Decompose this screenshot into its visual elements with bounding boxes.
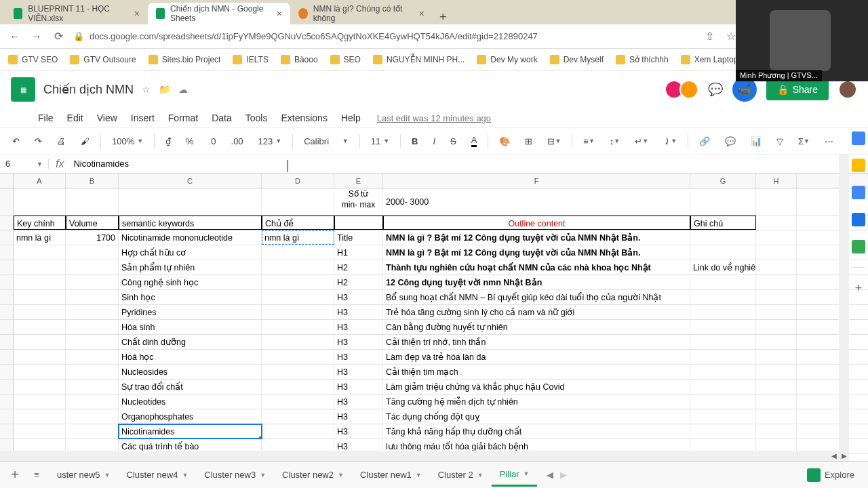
bookmark-item[interactable]: Dev My work — [477, 55, 537, 64]
cell[interactable] — [14, 290, 66, 304]
col-header[interactable]: D — [262, 174, 334, 188]
cell[interactable]: NMN là gì ? Bật mí 12 Công dụng tuyệt vờ… — [383, 245, 690, 260]
cell[interactable] — [690, 230, 756, 245]
bookmark-item[interactable]: Sở thíchhh — [616, 55, 669, 64]
cell[interactable] — [262, 188, 334, 215]
italic-button[interactable]: I — [429, 134, 439, 149]
user-avatar[interactable] — [838, 80, 857, 99]
wrap-button[interactable]: ↵▼ — [631, 134, 652, 149]
cell[interactable]: Cải thiện trí nhớ, tinh thần — [383, 335, 690, 349]
cell[interactable]: H3 — [334, 365, 383, 379]
cell[interactable] — [262, 275, 334, 289]
sheet-tab[interactable]: Cluster 2▼ — [430, 464, 492, 487]
cell[interactable] — [262, 245, 334, 260]
cell[interactable]: H1 — [334, 245, 383, 260]
video-call-overlay[interactable]: Minh Phương | GTVS... — [736, 0, 868, 81]
cell[interactable]: Sản phẩm tự nhiên — [119, 260, 262, 274]
cell[interactable]: Link do về nghiên cứu — [690, 260, 756, 274]
row-header[interactable] — [0, 350, 14, 364]
cell[interactable] — [66, 275, 119, 289]
cell[interactable] — [66, 260, 119, 274]
format-123-button[interactable]: 123▼ — [254, 135, 286, 148]
cell[interactable]: Hoá học — [119, 350, 262, 364]
cell[interactable]: Nucleosides — [119, 365, 262, 379]
cell[interactable] — [66, 380, 119, 394]
cell[interactable] — [66, 188, 119, 215]
share-page-icon[interactable]: ⇧ — [703, 30, 716, 43]
row-header[interactable] — [0, 290, 14, 304]
cell[interactable]: Hợp chất hữu cơ — [119, 245, 262, 260]
cell[interactable] — [690, 335, 756, 349]
close-icon[interactable]: × — [277, 8, 282, 19]
cell[interactable] — [262, 365, 334, 379]
row-header[interactable] — [0, 305, 14, 319]
cell[interactable] — [14, 409, 66, 424]
chevron-down-icon[interactable]: ▼ — [104, 472, 111, 479]
cell[interactable] — [756, 394, 797, 409]
cell[interactable] — [14, 320, 66, 334]
row-header[interactable] — [0, 409, 14, 424]
bookmark-item[interactable]: Bàooo — [281, 55, 318, 64]
cell[interactable]: Trẻ hóa tăng cường sinh lý cho cả nam và… — [383, 305, 690, 319]
cell[interactable] — [690, 305, 756, 319]
menu-insert[interactable]: Insert — [125, 110, 160, 126]
cell[interactable] — [66, 305, 119, 319]
functions-button[interactable]: Σ▼ — [794, 134, 814, 149]
bookmark-item[interactable]: Dev Myself — [550, 55, 604, 64]
cell[interactable]: H3 — [334, 424, 383, 439]
cell[interactable] — [756, 230, 797, 245]
cell[interactable] — [690, 245, 756, 260]
col-header[interactable]: A — [14, 174, 66, 188]
cell[interactable] — [756, 335, 797, 349]
bookmark-item[interactable]: SEO — [330, 55, 361, 64]
cell[interactable] — [756, 188, 797, 215]
row-header[interactable] — [0, 188, 14, 215]
cell[interactable]: Nucleotides — [119, 394, 262, 409]
contacts-icon[interactable] — [852, 213, 865, 226]
col-header[interactable]: H — [756, 174, 797, 188]
chevron-down-icon[interactable]: ▼ — [477, 472, 484, 479]
decrease-decimal-button[interactable]: .0 — [205, 134, 220, 149]
horizontal-scrollbar[interactable]: ◀ ▶ — [0, 451, 849, 461]
cell[interactable]: H3 — [334, 409, 383, 424]
cell[interactable]: nmn là gì — [262, 230, 334, 245]
sheet-next-button[interactable]: ▶ — [560, 470, 567, 480]
reload-button[interactable]: ⟳ — [52, 30, 65, 43]
tab-blueprint[interactable]: BLUEPRINT 11 - HỌC VIÊN.xlsx × — [5, 3, 148, 24]
new-tab-button[interactable]: + — [433, 10, 454, 24]
cell[interactable] — [14, 424, 66, 439]
increase-decimal-button[interactable]: .00 — [227, 134, 248, 149]
cell[interactable] — [14, 394, 66, 409]
zoom-select[interactable]: 100%▼ — [108, 135, 147, 148]
cell[interactable]: 12 Công dụng tuyệt vời nmn Nhật Bản — [383, 275, 690, 289]
cell[interactable]: Sự trao đổi chất — [119, 380, 262, 394]
star-icon[interactable]: ☆ — [142, 84, 151, 95]
cell[interactable] — [756, 320, 797, 334]
bookmark-item[interactable]: IELTS — [233, 55, 268, 64]
menu-format[interactable]: Format — [163, 110, 203, 126]
formula-input[interactable]: Nicotinamides — [71, 159, 868, 169]
tab-nmn[interactable]: NMN là gì? Chúng có tốt không × — [290, 3, 433, 24]
cell[interactable] — [756, 260, 797, 274]
cell[interactable]: Tăng khả năng hấp thụ dưỡng chất — [383, 424, 690, 439]
sheet-tab[interactable]: Cluster new1▼ — [352, 464, 430, 487]
cell[interactable] — [262, 394, 334, 409]
cell[interactable] — [66, 409, 119, 424]
col-header[interactable]: E — [334, 174, 383, 188]
cell[interactable] — [756, 365, 797, 379]
merge-button[interactable]: ⊟▼ — [543, 134, 565, 149]
cell[interactable] — [66, 424, 119, 439]
sheet-tab[interactable]: Pillar▼ — [492, 464, 538, 487]
cell[interactable] — [756, 305, 797, 319]
keep-icon[interactable] — [852, 159, 865, 172]
menu-help[interactable]: Help — [336, 110, 366, 126]
menu-tools[interactable]: Tools — [240, 110, 273, 126]
cell[interactable] — [690, 424, 756, 439]
menu-edit[interactable]: Edit — [62, 110, 89, 126]
cell[interactable] — [66, 245, 119, 260]
cell[interactable]: Chất dinh dưỡng — [119, 335, 262, 349]
row-header[interactable] — [0, 245, 14, 260]
fill-color-button[interactable]: 🎨 — [495, 134, 514, 149]
cell[interactable] — [756, 290, 797, 304]
cell[interactable] — [262, 290, 334, 304]
